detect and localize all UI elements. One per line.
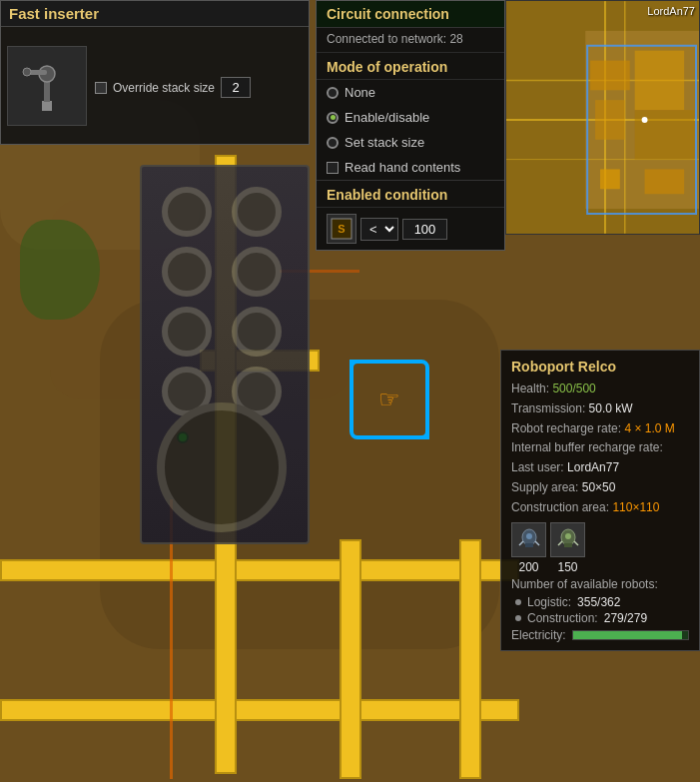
electricity-bar <box>572 630 689 640</box>
mode-read-hand-option[interactable]: Read hand contents <box>317 155 504 180</box>
stack-value[interactable]: 2 <box>221 77 251 98</box>
minimap-image <box>506 1 699 234</box>
construction-area-value: 110×110 <box>612 500 659 514</box>
stack-override-label: Override stack size <box>113 81 215 95</box>
mode-set-stack-label: Set stack size <box>345 135 424 150</box>
health-row: Health: 500/500 <box>511 381 689 397</box>
roboport-title: Roboport Relco <box>511 359 689 375</box>
plant-decoration <box>0 200 120 350</box>
belt-v2 <box>340 539 361 779</box>
circuit-connected-status: Connected to network: 28 <box>317 28 504 53</box>
mode-none-label: None <box>345 85 375 100</box>
svg-point-21 <box>642 117 648 123</box>
construction-robots-value: 279/279 <box>604 611 647 625</box>
svg-line-30 <box>574 541 578 545</box>
construction-robot-count: 150 <box>557 560 577 574</box>
belt-v3 <box>459 539 481 779</box>
construction-bullet <box>515 615 521 621</box>
enabled-condition-title: Enabled condition <box>317 180 504 208</box>
mode-read-hand-checkbox[interactable] <box>327 162 339 174</box>
signal-icon[interactable]: S <box>327 214 356 244</box>
logistic-bullet <box>515 599 521 605</box>
belt-h2 <box>0 699 519 721</box>
svg-rect-19 <box>600 169 620 189</box>
enabled-condition-row: S < 100 <box>317 208 504 250</box>
buffer-label: Internal buffer recharge rate: <box>511 440 663 454</box>
supply-row: Supply area: 50×50 <box>511 479 689 496</box>
robot-icons-row: 200 150 <box>511 522 689 574</box>
machinery-block <box>140 165 310 544</box>
svg-rect-16 <box>595 100 625 140</box>
stack-override-checkbox[interactable] <box>95 82 107 94</box>
supply-label: Supply area: <box>511 480 578 494</box>
logistic-robots-label: Logistic: <box>527 595 571 609</box>
operator-select[interactable]: < <box>360 218 398 241</box>
electricity-row: Electricity: <box>511 628 689 642</box>
svg-point-31 <box>565 533 571 539</box>
construction-robots-label: Construction: <box>527 611 598 625</box>
construction-area-label: Construction area: <box>511 500 609 514</box>
signal-image: S <box>331 218 352 240</box>
logistic-bot-image <box>517 527 541 551</box>
logistic-robot-icon <box>511 522 546 557</box>
logistic-robot-count: 200 <box>518 560 538 574</box>
mode-enable-disable-option[interactable]: Enable/disable <box>317 105 504 130</box>
transmission-row: Transmission: 50.0 kW <box>511 400 689 417</box>
construction-area-row: Construction area: 110×110 <box>511 499 689 516</box>
selection-cursor: ☞ <box>350 360 429 439</box>
circuit-title: Circuit connection <box>317 1 504 28</box>
svg-rect-23 <box>525 543 533 547</box>
logistic-robots-value: 355/362 <box>577 595 620 609</box>
supply-value: 50×50 <box>582 480 616 494</box>
hand-icon: ☞ <box>378 386 400 413</box>
transmission-label: Transmission: <box>511 401 585 415</box>
svg-line-24 <box>519 541 523 545</box>
svg-rect-15 <box>635 51 684 110</box>
last-user-label: Last user: <box>511 460 564 474</box>
recharge-value: 4 × 1.0 M <box>624 421 674 435</box>
mode-none-radio[interactable] <box>327 87 339 99</box>
available-robots-label-row: Number of available robots: <box>511 576 689 593</box>
logistic-robot-pair: 200 <box>511 522 546 574</box>
construction-bot-image <box>556 527 580 551</box>
mode-read-hand-label: Read hand contents <box>345 160 460 175</box>
construction-robot-icon <box>550 522 585 557</box>
circuit-panel: Circuit connection Connected to network:… <box>316 0 505 251</box>
minimap-player-label: LordAn77 <box>647 5 695 17</box>
mode-of-operation-title: Mode of operation <box>317 53 504 80</box>
health-label: Health: <box>511 382 549 395</box>
roboport-panel: Roboport Relco Health: 500/500 Transmiss… <box>500 350 700 651</box>
minimap: LordAn77 <box>505 0 700 235</box>
mode-enable-disable-radio[interactable] <box>327 112 339 124</box>
mode-set-stack-option[interactable]: Set stack size <box>317 130 504 155</box>
svg-text:S: S <box>338 223 345 235</box>
svg-rect-14 <box>590 61 630 91</box>
mode-none-option[interactable]: None <box>317 80 504 105</box>
condition-value[interactable]: 100 <box>402 219 447 240</box>
svg-rect-0 <box>42 101 52 111</box>
svg-line-29 <box>558 541 562 545</box>
electricity-fill <box>573 631 683 639</box>
title-text: Fast inserter <box>9 5 99 22</box>
svg-line-25 <box>535 541 539 545</box>
buffer-row: Internal buffer recharge rate: <box>511 439 689 456</box>
last-user-value: LordAn77 <box>567 460 619 474</box>
mode-enable-disable-label: Enable/disable <box>345 110 429 125</box>
recharge-label: Robot recharge rate: <box>511 421 621 435</box>
mode-set-stack-radio[interactable] <box>327 137 339 149</box>
fast-inserter-panel: Fast inserter Override stack size 2 <box>0 0 310 145</box>
construction-robot-pair: 150 <box>550 522 585 574</box>
transmission-value: 50.0 kW <box>589 401 633 415</box>
svg-point-4 <box>23 68 31 76</box>
available-robots-label: Number of available robots: <box>511 577 658 591</box>
stack-override-control[interactable]: Override stack size 2 <box>95 77 251 98</box>
inserter-icon-box <box>7 46 87 126</box>
svg-rect-20 <box>645 169 685 194</box>
svg-point-26 <box>526 533 532 539</box>
recharge-row: Robot recharge rate: 4 × 1.0 M <box>511 420 689 437</box>
last-user-row: Last user: LordAn77 <box>511 459 689 476</box>
health-value: 500/500 <box>552 382 595 395</box>
fast-inserter-title: Fast inserter <box>1 1 309 27</box>
svg-rect-28 <box>564 543 572 547</box>
electricity-label: Electricity: <box>511 628 566 642</box>
